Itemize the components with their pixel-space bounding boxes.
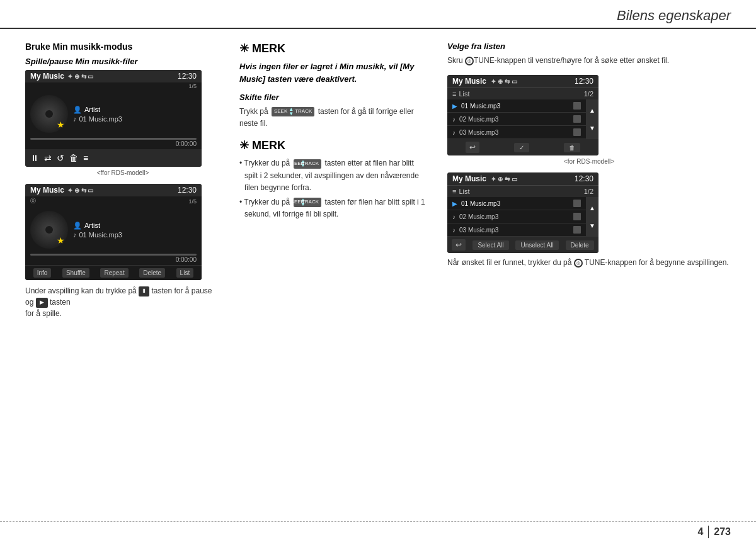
asterisk-2: ✳ — [239, 139, 249, 152]
note-icon-1-3: ♪ — [452, 129, 455, 136]
player-topbar-left-1: My Music ✦ ⊕ ⇆ ▭ — [30, 72, 93, 81]
item-name-1-2: 02 Music.mp3 — [459, 116, 498, 123]
back-btn-1[interactable]: ↩ — [466, 142, 479, 153]
list-page-1: 1/2 — [584, 90, 593, 98]
list-screen-1: My Music ✦ ⊕ ⇆ ▭ 12:30 ≡ List 1/2 ▶ 01 — [447, 75, 598, 155]
player-controls-1[interactable]: ⏸ ⇄ ↺ 🗑 ≡ — [25, 149, 202, 167]
list-item-2-2[interactable]: ♪ 02 Music.mp3 — [447, 210, 586, 223]
list-item-1-3[interactable]: ♪ 03 Music.mp3 — [447, 126, 586, 139]
track-num-2: 1/5 — [188, 198, 197, 205]
star-icon-1: ★ — [57, 120, 65, 130]
player-topbar-2: My Music ✦ ⊕ ⇆ ▭ 12:30 — [25, 184, 202, 196]
note-icon-2-3: ♪ — [452, 227, 455, 234]
scroll-up-1[interactable]: ▲ — [589, 107, 595, 114]
time-display-1: 0:00:00 — [25, 140, 202, 149]
header-title: Bilens egenskaper — [617, 8, 731, 24]
list-label-icon-2: ≡ List — [452, 188, 470, 195]
velge-heading: Velge fra listen — [447, 42, 731, 51]
player-screen-2: My Music ✦ ⊕ ⇆ ▭ 12:30 ⓪ 1/5 ★ 👤 Artist — [25, 184, 202, 280]
note-icon-2-2: ♪ — [452, 213, 455, 220]
shuffle-btn-1[interactable]: ⇄ — [44, 153, 52, 163]
item-name-2-1: 01 Music.mp3 — [461, 200, 500, 207]
repeat-btn-1[interactable]: ↺ — [57, 153, 64, 163]
list-content-2: ▶ 01 Music.mp3 ♪ 02 Music.mp3 — [447, 197, 598, 237]
list-content-1: ▶ 01 Music.mp3 ♪ 02 Music.mp3 — [447, 99, 598, 139]
scroll-down-1[interactable]: ▼ — [589, 125, 595, 132]
tune-knob-icon-1: ◎ — [465, 57, 474, 65]
seek-track-inline-btn-1: SEEK ▲ ▼ TRACK — [272, 107, 314, 116]
page-section: 4 — [697, 526, 703, 538]
select-all-btn[interactable]: Select All — [472, 240, 508, 250]
checkbox-1-1[interactable] — [573, 102, 581, 110]
player-status-icons-1: ✦ ⊕ ⇆ ▭ — [67, 73, 93, 80]
play-pause-btn-1[interactable]: ⏸ — [30, 153, 39, 163]
scroll-up-2[interactable]: ▲ — [589, 205, 595, 212]
item-name-1-1: 01 Music.mp3 — [461, 103, 500, 110]
album-art-1: ★ — [30, 95, 68, 133]
repeat-btn[interactable]: Repeat — [100, 268, 128, 278]
list-status-icons-1: ✦ ⊕ ⇆ ▭ — [491, 78, 517, 85]
note-icon-1-2: ♪ — [452, 116, 455, 123]
list-btn-1[interactable]: ≡ — [83, 153, 88, 163]
delete-text-btn[interactable]: Delete — [139, 268, 165, 278]
extra-icon-2: ⓪ — [30, 197, 36, 205]
sub-heading-1: Spille/pause Min musikk-filer — [25, 57, 220, 66]
skifte-heading: Skifte filer — [239, 93, 428, 102]
list-items-2: ▶ 01 Music.mp3 ♪ 02 Music.mp3 — [447, 197, 586, 237]
list-topbar-2: My Music ✦ ⊕ ⇆ ▭ 12:30 — [447, 172, 598, 185]
bottom-desc: Når ønsket fil er funnet, trykker du på … — [447, 257, 731, 268]
list-screen-2: My Music ✦ ⊕ ⇆ ▭ 12:30 ≡ List 1/2 ▶ 01 — [447, 172, 598, 253]
tune-knob-icon-2: ◎ — [574, 259, 583, 268]
item-name-1-3: 03 Music.mp3 — [459, 129, 498, 136]
player-info-1: 👤 Artist ♪ 01 Music.mp3 — [73, 95, 197, 133]
scroll-down-2[interactable]: ▼ — [589, 222, 595, 229]
player-app-name-2: My Music — [30, 186, 64, 195]
list-item-1-1[interactable]: ▶ 01 Music.mp3 — [447, 99, 586, 113]
player-time-2: 12:30 — [178, 186, 197, 195]
checkbox-1-2[interactable] — [573, 115, 581, 123]
right-column: Velge fra listen Skru ◎TUNE-knappen til … — [447, 42, 731, 319]
checkbox-2-2[interactable] — [573, 213, 581, 220]
seek-track-inline-btn-3: SEEK ▲ ▼ TRACK — [294, 198, 321, 207]
player-main-1: ★ 👤 Artist ♪ 01 Music.mp3 — [25, 90, 202, 138]
check-btn-1[interactable]: ✓ — [514, 143, 529, 152]
velge-desc: Skru ◎TUNE-knappen til venstre/høyre for… — [447, 55, 731, 66]
arrow-down-icon-1: ▼ — [289, 112, 294, 116]
unselect-all-btn[interactable]: Unselect All — [515, 240, 558, 250]
info-btn[interactable]: Info — [33, 268, 52, 278]
skifte-text: Trykk på SEEK ▲ ▼ TRACK tasten for å gå … — [239, 106, 428, 130]
list-item-2-3[interactable]: ♪ 03 Music.mp3 — [447, 223, 586, 237]
list-text-btn[interactable]: List — [176, 268, 194, 278]
main-content: Bruke Min musikk-modus Spille/pause Min … — [0, 29, 756, 332]
checkbox-1-3[interactable] — [573, 128, 581, 136]
trash-btn-1[interactable]: 🗑 — [564, 143, 580, 152]
delete-btn-1[interactable]: 🗑 — [69, 153, 78, 163]
left-column: Bruke Min musikk-modus Spille/pause Min … — [25, 42, 220, 319]
player-screen-1: My Music ✦ ⊕ ⇆ ▭ 12:30 1/5 ★ 👤 Artist — [25, 70, 202, 167]
play-inline-btn: ▶ — [36, 298, 48, 308]
list-app-name-1: My Music ✦ ⊕ ⇆ ▭ — [452, 77, 517, 86]
list-item-1-2[interactable]: ♪ 02 Music.mp3 — [447, 113, 586, 126]
item-name-2-2: 02 Music.mp3 — [459, 213, 498, 220]
play-icon-2-1: ▶ — [452, 200, 457, 207]
item-name-2-3: 03 Music.mp3 — [459, 227, 498, 234]
checkbox-2-3[interactable] — [573, 226, 581, 234]
list-time-2: 12:30 — [575, 174, 593, 183]
delete-btn-2[interactable]: Delete — [566, 240, 594, 250]
list-status-icons-2: ✦ ⊕ ⇆ ▭ — [491, 176, 517, 183]
list-scroll-2: ▲ ▼ — [586, 197, 598, 237]
list-item-2-1[interactable]: ▶ 01 Music.mp3 — [447, 197, 586, 210]
bullet1: • Trykker du på SEEK ▲ ▼ TRACK tasten et… — [239, 157, 428, 194]
list-icon-2: ≡ — [452, 188, 456, 195]
skifte-block: Skifte filer Trykk på SEEK ▲ ▼ TRACK tas… — [239, 93, 428, 130]
player-topbar-1: My Music ✦ ⊕ ⇆ ▭ 12:30 — [25, 70, 202, 82]
player-app-name-1: My Music — [30, 72, 64, 81]
merk1-block: ✳ MERK Hvis ingen filer er lagret i Min … — [239, 42, 428, 85]
list-items-1: ▶ 01 Music.mp3 ♪ 02 Music.mp3 — [447, 99, 586, 139]
list-app-name-2: My Music ✦ ⊕ ⇆ ▭ — [452, 174, 517, 183]
back-btn-2[interactable]: ↩ — [452, 239, 466, 251]
merk2-block: ✳ MERK • Trykker du på SEEK ▲ ▼ TRACK ta… — [239, 138, 428, 220]
shuffle-btn[interactable]: Shuffle — [62, 268, 89, 278]
checkbox-2-1[interactable] — [573, 200, 581, 207]
star-icon-2: ★ — [57, 235, 65, 246]
